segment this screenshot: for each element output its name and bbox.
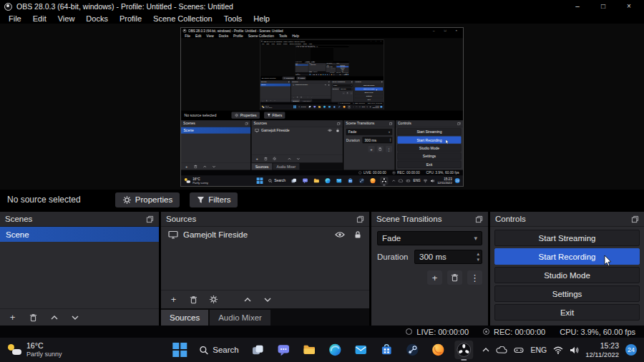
remove-source-button[interactable] bbox=[311, 69, 311, 70]
remove-scene-button[interactable] bbox=[193, 164, 198, 169]
minimize-button[interactable]: – bbox=[429, 28, 439, 34]
source-list-item[interactable]: Gamejolt Fireside bbox=[252, 127, 343, 134]
source-up-button[interactable] bbox=[242, 294, 253, 305]
weather-widget[interactable]: 16°C Partly sunny bbox=[262, 104, 273, 107]
firefox-icon[interactable] bbox=[331, 73, 333, 74]
onedrive-cloud-icon[interactable] bbox=[356, 106, 358, 107]
game-controller-icon[interactable] bbox=[514, 347, 524, 353]
start-button[interactable] bbox=[255, 176, 263, 184]
tab-audio-mixer[interactable]: Audio Mixer bbox=[301, 99, 312, 102]
scene-down-button[interactable] bbox=[69, 312, 80, 323]
file-explorer-icon[interactable] bbox=[313, 176, 321, 184]
source-up-button[interactable] bbox=[287, 156, 292, 161]
preview-screen[interactable]: OBS 28.0.3 (64-bit, windows) - Profile: … bbox=[260, 39, 384, 109]
start-streaming-button[interactable]: Start Streaming bbox=[494, 230, 640, 246]
lock-icon[interactable] bbox=[328, 84, 329, 85]
duration-spinner[interactable]: 300 ms ▴ ▾ bbox=[414, 250, 482, 264]
scene-down-button[interactable] bbox=[273, 99, 275, 102]
filters-button[interactable]: Filters bbox=[297, 77, 306, 79]
menu-scene-collection[interactable]: Scene Collection bbox=[308, 46, 313, 47]
tray-chevron-up-icon[interactable] bbox=[482, 348, 489, 352]
transition-select[interactable]: Fade ▾ bbox=[346, 129, 392, 135]
preview-screen[interactable] bbox=[310, 47, 333, 60]
chat-icon[interactable] bbox=[301, 176, 309, 184]
add-scene-button[interactable]: + bbox=[262, 99, 264, 102]
spin-up-icon[interactable]: ▴ bbox=[352, 87, 353, 89]
spin-down-icon[interactable]: ▾ bbox=[477, 257, 479, 263]
weather-widget[interactable]: 16°C Partly sunny bbox=[7, 341, 62, 358]
spin-down-icon[interactable]: ▾ bbox=[352, 89, 353, 90]
scene-down-button[interactable] bbox=[211, 164, 216, 169]
spin-up-icon[interactable]: ▴ bbox=[477, 251, 479, 257]
source-properties-gear-icon[interactable] bbox=[208, 294, 219, 305]
add-source-button[interactable]: + bbox=[255, 156, 260, 161]
obs-taskbar-icon[interactable] bbox=[380, 176, 388, 184]
scene-list-item[interactable]: Scene bbox=[181, 127, 250, 133]
transition-more-button[interactable]: ⋮ bbox=[350, 91, 353, 94]
notification-badge[interactable]: 24 bbox=[625, 344, 637, 356]
scene-list-item[interactable]: Scene bbox=[0, 227, 159, 242]
notification-badge[interactable]: 24 bbox=[380, 105, 382, 107]
menu-docks[interactable]: Docks bbox=[216, 34, 230, 37]
start-button[interactable] bbox=[309, 73, 311, 74]
popout-icon[interactable] bbox=[325, 63, 326, 64]
tab-sources[interactable]: Sources bbox=[308, 71, 313, 72]
start-recording-button[interactable]: Start Recording bbox=[398, 136, 462, 143]
steam-icon[interactable] bbox=[358, 176, 366, 184]
visibility-eye-icon[interactable] bbox=[328, 129, 332, 132]
maximize-button[interactable]: □ bbox=[374, 39, 378, 41]
menu-tools[interactable]: Tools bbox=[302, 42, 308, 44]
menu-edit[interactable]: Edit bbox=[265, 42, 270, 44]
menu-help[interactable]: Help bbox=[248, 14, 275, 23]
minimize-button[interactable]: – bbox=[343, 45, 345, 47]
chat-icon[interactable] bbox=[318, 73, 319, 74]
steam-icon[interactable] bbox=[338, 104, 341, 108]
menu-file[interactable]: File bbox=[261, 42, 265, 44]
menu-edit[interactable]: Edit bbox=[27, 14, 52, 23]
transition-more-button[interactable]: ⋮ bbox=[386, 146, 392, 152]
minimize-button[interactable]: – bbox=[567, 0, 588, 13]
start-button[interactable] bbox=[293, 104, 296, 108]
mail-icon[interactable] bbox=[328, 104, 331, 108]
start-recording-button[interactable]: Start Recording bbox=[355, 87, 383, 90]
store-icon[interactable] bbox=[333, 104, 336, 108]
mail-icon[interactable] bbox=[325, 73, 326, 74]
remove-transition-button[interactable] bbox=[377, 146, 384, 152]
source-up-button[interactable] bbox=[307, 96, 309, 98]
firefox-icon[interactable] bbox=[429, 341, 448, 359]
search-button[interactable]: Search bbox=[298, 105, 306, 107]
start-streaming-button[interactable]: Start Streaming bbox=[398, 128, 462, 135]
source-down-button[interactable] bbox=[317, 69, 318, 70]
menu-docks[interactable]: Docks bbox=[302, 46, 305, 47]
menu-docks[interactable]: Docks bbox=[80, 14, 114, 23]
source-properties-gear-icon[interactable] bbox=[272, 156, 277, 161]
mail-icon[interactable] bbox=[352, 341, 371, 359]
volume-icon[interactable] bbox=[369, 106, 371, 107]
search-button[interactable]: Search bbox=[311, 74, 315, 74]
add-transition-button[interactable]: + bbox=[342, 91, 345, 94]
source-properties-gear-icon[interactable] bbox=[313, 69, 313, 70]
task-view-icon[interactable] bbox=[249, 341, 268, 359]
game-controller-icon[interactable] bbox=[338, 74, 339, 74]
studio-mode-button[interactable]: Studio Mode bbox=[336, 67, 348, 69]
mail-icon[interactable] bbox=[335, 176, 343, 184]
popout-icon[interactable] bbox=[389, 122, 393, 125]
menu-scene-collection[interactable]: Scene Collection bbox=[245, 34, 276, 37]
add-scene-button[interactable]: + bbox=[7, 312, 18, 323]
wifi-icon[interactable] bbox=[553, 346, 563, 354]
filters-button[interactable]: Filters bbox=[264, 112, 285, 118]
transition-more-button[interactable]: ⋮ bbox=[467, 270, 482, 285]
properties-button[interactable]: Properties bbox=[231, 112, 260, 118]
start-recording-button[interactable]: Start Recording bbox=[336, 66, 348, 67]
transition-select[interactable]: Fade ▾ bbox=[333, 84, 353, 87]
popout-icon[interactable] bbox=[245, 122, 248, 125]
menu-edit[interactable]: Edit bbox=[297, 46, 299, 47]
language-indicator[interactable]: ENG bbox=[530, 346, 547, 354]
properties-button[interactable]: Properties bbox=[283, 77, 295, 79]
source-list-item[interactable]: Gamejolt Fireside bbox=[291, 83, 331, 86]
tab-sources[interactable]: Sources bbox=[252, 163, 273, 170]
remove-source-button[interactable] bbox=[263, 156, 268, 161]
menu-scene-collection[interactable]: Scene Collection bbox=[147, 14, 218, 23]
source-down-button[interactable] bbox=[262, 294, 273, 305]
remove-scene-button[interactable] bbox=[298, 71, 298, 72]
